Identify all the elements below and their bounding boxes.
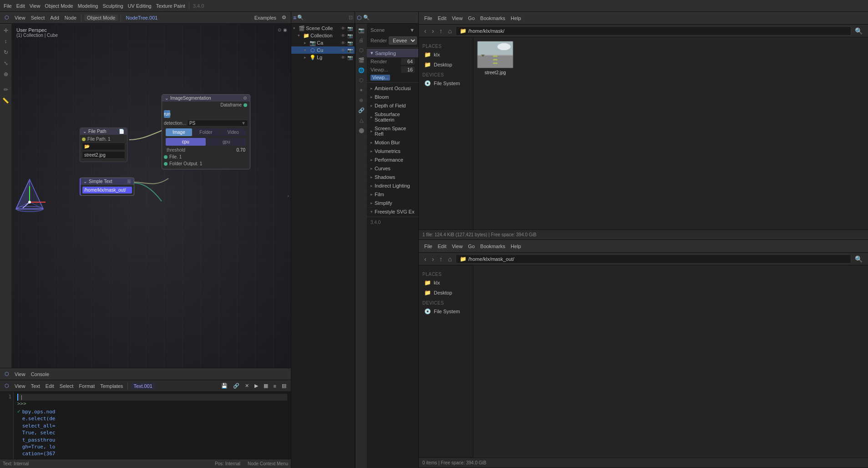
fd-top-menu-help[interactable]: Help	[509, 15, 523, 21]
detection-dropdown[interactable]: PS ▼	[187, 120, 248, 127]
render-samples-val[interactable]: 64	[401, 58, 415, 65]
path-bar-bottom[interactable]: 📁 /home/klx/mask_out/	[456, 254, 851, 264]
menu-modeling[interactable]: Modeling	[76, 3, 100, 9]
video-btn[interactable]: Video	[220, 128, 246, 136]
places-desktop-top[interactable]: 📁 Desktop	[419, 60, 473, 70]
physics-tab[interactable]: ⊕	[357, 96, 366, 105]
filter-icon[interactable]: ⊡	[349, 15, 353, 20]
indirect-lighting-section[interactable]: ▸ Indirect Lighting	[367, 181, 418, 190]
link-icon[interactable]: 🔗	[231, 383, 241, 389]
volumetrics-section[interactable]: ▸ Volumetrics	[367, 147, 418, 155]
back-btn-bottom[interactable]: ‹	[422, 254, 428, 264]
file-path-value[interactable]: 📂	[82, 142, 125, 150]
transform-tool[interactable]: ⊕	[1, 69, 11, 79]
world-tab[interactable]: 🌐	[357, 66, 366, 75]
menu-edit[interactable]: Edit	[15, 3, 27, 9]
console-cursor-line[interactable]: |	[17, 394, 287, 401]
image-btn[interactable]: Image	[166, 128, 192, 136]
home-btn-bottom[interactable]: ⌂	[446, 254, 453, 264]
examples-btn[interactable]: Examples	[253, 15, 278, 20]
back-btn-top[interactable]: ‹	[422, 26, 428, 36]
layout-btn1[interactable]: ▦	[262, 383, 270, 389]
path-bar-top[interactable]: 📁 /home/klx/mask/	[456, 26, 851, 36]
viewport-options[interactable]: ⚙	[280, 15, 288, 20]
mode-selector[interactable]: Object Mode	[84, 15, 118, 21]
simplify-section[interactable]: ▸ Simplify	[367, 198, 418, 207]
viewport-menu-add[interactable]: Add	[48, 15, 61, 20]
ambient-occlusion-section[interactable]: ▸ Ambient Occlusi	[367, 84, 418, 92]
cursor-tool[interactable]: ✛	[1, 25, 11, 36]
outliner-scene-colle[interactable]: ▾ 🎬 Scene Colle 👁 📷	[291, 25, 355, 32]
close-text-btn[interactable]: ✕	[243, 383, 251, 389]
file-thumb-street2[interactable]: street2.jpg	[477, 41, 513, 75]
folder-btn[interactable]: Folder	[193, 128, 219, 136]
material-tab[interactable]: ⬤	[357, 126, 366, 135]
film-section[interactable]: ▸ Film	[367, 190, 418, 198]
up-btn-bottom[interactable]: ↑	[437, 254, 444, 264]
scene-tab[interactable]: 🎬	[357, 56, 366, 65]
outliner-collection[interactable]: ▾ 📁 Collection 👁 📷	[291, 32, 355, 39]
menu-texture-paint[interactable]: Texture Paint	[154, 3, 187, 9]
toolbar-menu-text[interactable]: Text	[29, 383, 42, 389]
toolbar-menu-edit[interactable]: Edit	[44, 383, 56, 389]
bloom-section[interactable]: ▸ Bloom	[367, 92, 418, 101]
fd-top-menu-bookmarks[interactable]: Bookmarks	[478, 15, 507, 21]
viewport-type-icon[interactable]: ⬡	[3, 15, 11, 20]
search-btn-bottom[interactable]: 🔍	[853, 254, 864, 264]
viewport-menu-node[interactable]: Node	[63, 15, 78, 20]
subsurface-scattering-section[interactable]: ▸ Subsurface Scatterin	[367, 110, 418, 124]
annotate-tool[interactable]: ✏	[1, 85, 11, 95]
rotate-tool[interactable]: ↻	[1, 47, 11, 57]
forward-btn-bottom[interactable]: ›	[430, 254, 436, 264]
sampling-section[interactable]: ▾ Sampling	[367, 49, 418, 57]
move-tool[interactable]: ↕	[1, 36, 11, 46]
fd-bot-menu-go[interactable]: Go	[466, 244, 477, 249]
fd-bot-menu-edit[interactable]: Edit	[436, 244, 448, 249]
text-type-icon[interactable]: ⬡	[3, 383, 11, 389]
scale-tool[interactable]: ⤡	[1, 58, 11, 68]
shadows-section[interactable]: ▸ Shadows	[367, 173, 418, 181]
data-tab[interactable]: △	[357, 116, 366, 125]
viewport-menu-select[interactable]: Select	[29, 15, 47, 20]
outliner-search[interactable]: 🔍	[297, 15, 304, 20]
particles-tab[interactable]: ✦	[357, 86, 366, 95]
toolbar-menu-view[interactable]: View	[13, 383, 27, 389]
places-klx-top[interactable]: 📁 klx	[419, 50, 473, 60]
places-desktop-bottom[interactable]: 📁 Desktop	[419, 288, 473, 298]
viewport-denoise-val[interactable]: Viewp...	[371, 75, 390, 81]
motion-blur-section[interactable]: ▸ Motion Blur	[367, 138, 418, 147]
fd-bot-menu-help[interactable]: Help	[509, 244, 523, 249]
render-props-icon[interactable]: ⬡	[357, 15, 361, 21]
devices-filesystem-top[interactable]: 💿 File System	[419, 78, 473, 88]
viewport-samples-val[interactable]: 16	[401, 66, 415, 73]
devices-filesystem-bottom[interactable]: 💿 File System	[419, 306, 473, 316]
places-klx-bottom[interactable]: 📁 klx	[419, 278, 473, 288]
screen-space-section[interactable]: ▸ Screen Space Refl	[367, 124, 418, 138]
console-menu-view[interactable]: View	[13, 371, 27, 377]
menu-view[interactable]: View	[28, 3, 42, 9]
gpu-btn[interactable]: gpu	[207, 138, 247, 146]
toolbar-menu-select[interactable]: Select	[58, 383, 76, 389]
right-panel-toggle[interactable]: ›	[285, 191, 291, 200]
layout-btn2[interactable]: ≡	[272, 383, 278, 389]
menu-file[interactable]: File	[2, 3, 14, 9]
scene-dropdown[interactable]: ▼	[410, 27, 415, 33]
freestyle-section[interactable]: ▾ Freestyle SVG Ex	[367, 207, 418, 216]
viewport-menu-view[interactable]: View	[13, 15, 27, 20]
console-menu-console[interactable]: Console	[29, 371, 51, 377]
save-icon[interactable]: 💾	[219, 383, 229, 389]
fd-top-menu-edit[interactable]: Edit	[436, 15, 448, 21]
toolbar-menu-templates[interactable]: Templates	[98, 383, 125, 389]
search-btn-top[interactable]: 🔍	[853, 26, 864, 36]
outliner-ca[interactable]: ▸ 📷 Ca 👁 📷	[291, 39, 355, 46]
outliner-lg[interactable]: ▸ 💡 Lg 👁 📷	[291, 54, 355, 61]
measure-tool[interactable]: 📏	[1, 96, 11, 106]
constraints-tab[interactable]: 🔗	[357, 106, 366, 115]
console-type-icon[interactable]: ⬡	[3, 371, 11, 377]
render-search-icon[interactable]: 🔍	[363, 15, 370, 20]
cpu-btn[interactable]: cpu	[166, 138, 206, 146]
home-btn-top[interactable]: ⌂	[446, 26, 453, 36]
menu-sculpting[interactable]: Sculpting	[101, 3, 125, 9]
performance-section[interactable]: ▸ Performance	[367, 155, 418, 164]
fd-top-menu-go[interactable]: Go	[466, 15, 477, 21]
